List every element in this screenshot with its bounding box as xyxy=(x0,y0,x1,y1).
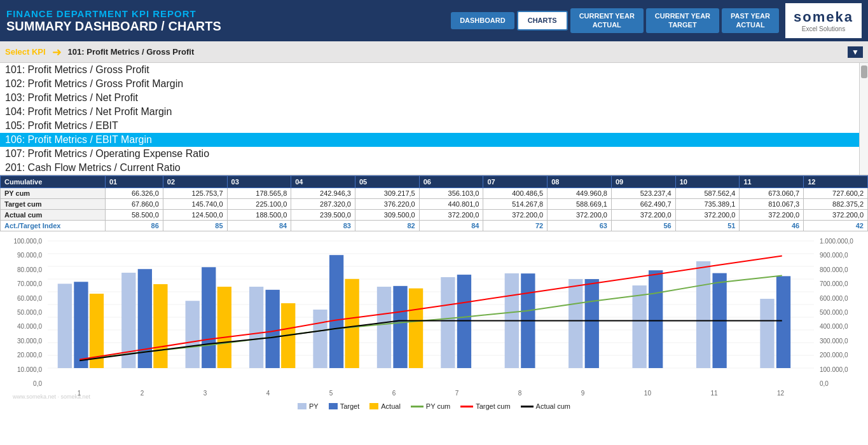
table-cell: 225.100,0 xyxy=(227,199,291,210)
kpi-item-105[interactable]: 105: Profit Metrics / EBIT xyxy=(0,119,859,133)
table-cell: 58.500,0 xyxy=(105,210,163,221)
nav-cy-target[interactable]: CURRENT YEARTARGET xyxy=(646,8,719,32)
col-10: 10 xyxy=(675,176,740,188)
svg-rect-11 xyxy=(58,284,72,368)
table-cell: 239.500,0 xyxy=(291,210,355,221)
col-02: 02 xyxy=(163,176,227,188)
nav-charts[interactable]: CHARTS xyxy=(517,11,568,30)
logo-sub: Excel Solutions xyxy=(802,25,845,32)
svg-rect-25 xyxy=(345,279,359,368)
kpi-item-201[interactable]: 201: Cash Flow Metrics / Current Ratio xyxy=(0,161,859,175)
logo-text: someka xyxy=(794,9,853,25)
svg-rect-28 xyxy=(409,289,423,368)
kpi-selected-value: 101: Profit Metrics / Gross Profit xyxy=(68,47,848,57)
svg-rect-34 xyxy=(585,279,599,368)
legend-py-color xyxy=(298,403,307,409)
legend-target-cum: Target cum xyxy=(460,402,510,410)
kpi-dropdown-button[interactable]: ▼ xyxy=(848,46,863,58)
table-cell: 735.389,1 xyxy=(675,199,740,210)
table-cell: 67.860,0 xyxy=(105,199,163,210)
table-cell: 376.220,0 xyxy=(355,199,419,210)
table-cell: 372.200,0 xyxy=(675,210,740,221)
svg-rect-33 xyxy=(568,279,582,368)
table-cell: 372.200,0 xyxy=(740,210,804,221)
logo: someka Excel Solutions xyxy=(785,3,862,38)
kpi-item-101[interactable]: 101: Profit Metrics / Gross Profit xyxy=(0,63,859,77)
table-row-label: PY cum xyxy=(1,188,106,199)
report-title: FINANCE DEPARTMENT KPI REPORT xyxy=(6,8,451,19)
svg-rect-35 xyxy=(632,285,646,368)
col-11: 11 xyxy=(740,176,804,188)
table-cell: 84 xyxy=(419,221,483,231)
chart-svg xyxy=(45,235,817,387)
kpi-item-102[interactable]: 102: Profit Metrics / Gross Profit Margi… xyxy=(0,77,859,91)
svg-rect-12 xyxy=(74,282,88,368)
col-cumulative: Cumulative xyxy=(1,176,106,188)
table-cell: 810.067,3 xyxy=(740,199,804,210)
svg-rect-37 xyxy=(696,261,710,368)
table-cell: 587.562,4 xyxy=(675,188,740,199)
legend-py-cum: PY cum xyxy=(411,402,450,410)
nav-buttons: DASHBOARD CHARTS CURRENT YEARACTUAL CURR… xyxy=(451,8,779,32)
table-cell: 85 xyxy=(163,221,227,231)
table-cell: 882.375,2 xyxy=(804,199,868,210)
table-cell: 523.237,4 xyxy=(611,188,675,199)
dropdown-list[interactable]: 101: Profit Metrics / Gross Profit 102: … xyxy=(0,63,859,175)
header: FINANCE DEPARTMENT KPI REPORT SUMMARY DA… xyxy=(0,0,868,41)
svg-rect-29 xyxy=(441,277,455,368)
table-cell: 242.946,3 xyxy=(291,188,355,199)
y-axis-right: 1.000.000,0 900.000,0 800.000,0 700.000,… xyxy=(817,235,862,400)
table-cell: 727.600,2 xyxy=(804,188,868,199)
svg-rect-40 xyxy=(776,276,790,368)
kpi-selector-row: Select KPI ➜ 101: Profit Metrics / Gross… xyxy=(0,41,868,63)
table-cell: 178.565,8 xyxy=(227,188,291,199)
svg-rect-39 xyxy=(760,299,774,368)
chart-legend: PY Target Actual PY cum Target cum Actua… xyxy=(6,400,862,413)
table-cell: 372.200,0 xyxy=(611,210,675,221)
svg-rect-36 xyxy=(649,270,663,368)
svg-rect-17 xyxy=(186,301,200,368)
table-cell: 449.960,8 xyxy=(548,188,612,199)
kpi-item-107[interactable]: 107: Profit Metrics / Operating Expense … xyxy=(0,147,859,161)
svg-rect-24 xyxy=(329,255,343,368)
legend-py-cum-color xyxy=(411,406,424,407)
table-cell: 400.486,5 xyxy=(483,188,548,199)
table-cell: 72 xyxy=(483,221,548,231)
table-cell: 673.060,7 xyxy=(740,188,804,199)
table-cell: 63 xyxy=(548,221,612,231)
table-header-row: Cumulative 01 02 03 04 05 06 07 08 09 10… xyxy=(1,176,868,188)
kpi-item-103[interactable]: 103: Profit Metrics / Net Profit xyxy=(0,91,859,105)
scrollbar[interactable] xyxy=(859,63,868,175)
kpi-label: Select KPI xyxy=(5,47,46,57)
table-cell: 86 xyxy=(105,221,163,231)
legend-py: PY xyxy=(298,402,319,410)
table-cell: 372.200,0 xyxy=(419,210,483,221)
svg-rect-19 xyxy=(217,287,231,368)
header-title: FINANCE DEPARTMENT KPI REPORT SUMMARY DA… xyxy=(6,8,451,34)
table-row-label: Target cum xyxy=(1,199,106,210)
col-01: 01 xyxy=(105,176,163,188)
table-cell: 56 xyxy=(611,221,675,231)
col-07: 07 xyxy=(483,176,548,188)
y-axis-left: 100.000,0 90.000,0 80.000,0 70.000,0 60.… xyxy=(6,235,45,400)
legend-target-cum-color xyxy=(460,406,473,407)
table-cell: 51 xyxy=(675,221,740,231)
table-cell: 287.320,0 xyxy=(291,199,355,210)
svg-rect-20 xyxy=(249,287,263,368)
table-cell: 84 xyxy=(227,221,291,231)
nav-dashboard[interactable]: DASHBOARD xyxy=(451,12,514,29)
table-cell: 83 xyxy=(291,221,355,231)
col-04: 04 xyxy=(291,176,355,188)
col-06: 06 xyxy=(419,176,483,188)
nav-py-actual[interactable]: PAST YEARACTUAL xyxy=(722,8,779,32)
svg-rect-21 xyxy=(266,290,280,368)
nav-cy-actual[interactable]: CURRENT YEARACTUAL xyxy=(570,8,644,32)
chart-with-axes: 100.000,0 90.000,0 80.000,0 70.000,0 60.… xyxy=(6,235,862,400)
table-body: PY cum66.326,0125.753,7178.565,8242.946,… xyxy=(1,188,868,231)
table-row-label: Actual cum xyxy=(1,210,106,221)
kpi-item-106[interactable]: 106: Profit Metrics / EBIT Margin xyxy=(0,133,859,147)
kpi-item-104[interactable]: 104: Profit Metrics / Net Profit Margin xyxy=(0,105,859,119)
table-cell: 514.267,8 xyxy=(483,199,548,210)
x-axis-labels: 123 456 789 101112 xyxy=(45,390,817,397)
data-table: Cumulative 01 02 03 04 05 06 07 08 09 10… xyxy=(0,175,868,231)
